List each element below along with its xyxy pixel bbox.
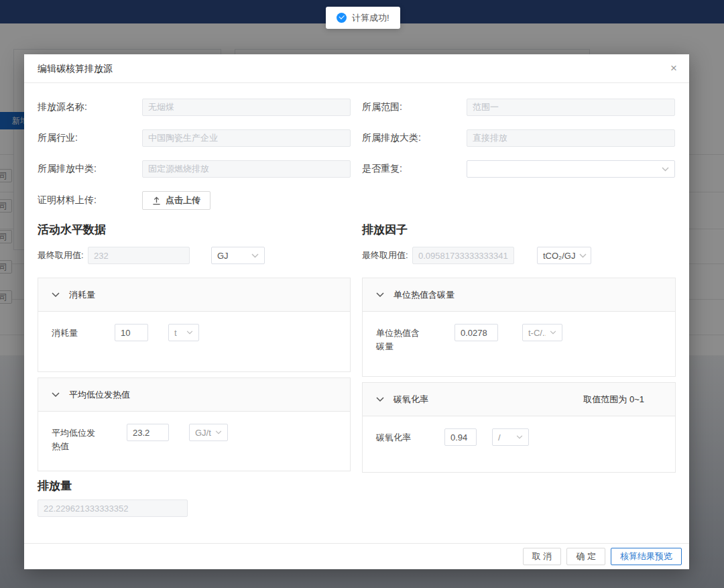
carbon-content-value-input[interactable] — [455, 324, 498, 341]
heating-value-panel: 平均低位发热值 平均低位发热值 GJ/t — [38, 377, 351, 471]
consumption-row-label: 消耗量 — [52, 324, 101, 340]
field-label-major-category: 所属排放大类: — [362, 132, 467, 144]
emission-factor-section: 排放因子 最终取用值: tCO₂/GJ — [362, 222, 676, 517]
oxidation-rate-panel: 碳氧化率 取值范围为 0~1 碳氧化率 / — [362, 382, 676, 473]
heating-value-input[interactable] — [127, 424, 169, 441]
upload-button[interactable]: 点击上传 — [142, 191, 210, 210]
source-name-input[interactable] — [142, 99, 351, 116]
oxidation-rate-panel-title: 碳氧化率 — [394, 394, 428, 406]
chevron-down-icon — [662, 167, 669, 172]
carbon-content-panel-header[interactable]: 单位热值含碳量 — [363, 278, 675, 312]
carbon-content-row-label: 单位热值含碳量 — [376, 324, 426, 353]
chevron-down-icon — [550, 331, 556, 335]
carbon-content-panel-title: 单位热值含碳量 — [394, 289, 455, 301]
chevron-down-icon — [579, 253, 587, 258]
edit-emission-source-dialog: 编辑碳核算排放源 × 排放源名称: 所属范围: 所属行业: 所属排放大类: — [24, 54, 689, 569]
dialog-footer: 取 消 确 定 核算结果预览 — [24, 543, 689, 569]
dialog-title: 编辑碳核算排放源 — [38, 63, 113, 74]
activity-final-label: 最终取用值: — [38, 249, 88, 261]
cancel-button[interactable]: 取 消 — [523, 548, 562, 565]
oxidation-rate-value-input[interactable] — [444, 428, 477, 446]
activity-final-value-input[interactable] — [88, 247, 190, 264]
consumption-panel-title: 消耗量 — [69, 289, 95, 301]
oxidation-rate-range-hint: 取值范围为 0~1 — [583, 394, 662, 406]
check-circle-icon — [337, 13, 347, 23]
field-label-evidence-upload: 证明材料上传: — [38, 194, 142, 207]
toast-message: 计算成功! — [352, 12, 389, 24]
heating-value-panel-title: 平均低位发热值 — [69, 389, 130, 401]
upload-icon — [152, 196, 161, 205]
chevron-down-icon — [186, 331, 193, 335]
field-label-scope: 所属范围: — [362, 101, 467, 113]
major-category-input[interactable] — [467, 129, 675, 147]
consumption-unit-select[interactable]: t — [168, 324, 199, 341]
factor-final-unit-select[interactable]: tCO₂/GJ — [537, 247, 591, 264]
scope-input[interactable] — [467, 99, 675, 116]
chevron-down-icon — [215, 430, 222, 434]
factor-final-unit-value: tCO₂/GJ — [543, 251, 575, 261]
mid-category-input[interactable] — [142, 160, 351, 178]
activity-final-unit-select[interactable]: GJ — [211, 247, 265, 264]
carbon-content-unit-value: t-C/... — [528, 328, 546, 338]
oxidation-rate-row-label: 碳氧化率 — [376, 428, 426, 445]
heating-value-unit-select[interactable]: GJ/t — [189, 424, 228, 441]
collapse-chevron-icon — [52, 292, 60, 298]
chevron-down-icon — [516, 435, 523, 439]
emission-amount-input[interactable] — [38, 499, 188, 517]
oxidation-rate-unit-select[interactable]: / — [492, 428, 529, 446]
chevron-down-icon — [251, 253, 259, 258]
dialog-header: 编辑碳核算排放源 × — [24, 54, 689, 83]
industry-input[interactable] — [142, 129, 351, 147]
activity-final-unit-value: GJ — [217, 251, 229, 261]
is-duplicate-select[interactable] — [467, 160, 675, 178]
collapse-chevron-icon — [52, 392, 60, 398]
consumption-panel-header[interactable]: 消耗量 — [38, 278, 350, 312]
success-toast: 计算成功! — [326, 7, 400, 29]
field-label-is-duplicate: 是否重复: — [362, 163, 467, 175]
consumption-panel: 消耗量 消耗量 t — [38, 278, 351, 372]
field-label-mid-category: 所属排放中类: — [38, 163, 142, 175]
factor-section-title: 排放因子 — [362, 222, 676, 237]
activity-data-section: 活动水平数据 最终取用值: GJ — [38, 222, 351, 517]
factor-final-value-input[interactable] — [412, 247, 514, 264]
field-label-source-name: 排放源名称: — [38, 101, 142, 113]
heating-value-unit-value: GJ/t — [195, 428, 211, 438]
collapse-chevron-icon — [376, 397, 384, 402]
consumption-unit-value: t — [174, 328, 177, 338]
heating-value-panel-header[interactable]: 平均低位发热值 — [38, 378, 350, 412]
emission-amount-title: 排放量 — [38, 478, 351, 493]
upload-button-label: 点击上传 — [166, 194, 200, 207]
confirm-button[interactable]: 确 定 — [566, 548, 605, 565]
oxidation-rate-unit-value: / — [498, 432, 501, 443]
result-preview-button[interactable]: 核算结果预览 — [611, 548, 682, 565]
oxidation-rate-panel-header[interactable]: 碳氧化率 取值范围为 0~1 — [363, 383, 675, 416]
consumption-value-input[interactable] — [115, 324, 148, 341]
carbon-content-panel: 单位热值含碳量 单位热值含碳量 t-C/... — [362, 278, 676, 377]
activity-section-title: 活动水平数据 — [38, 222, 351, 237]
factor-final-label: 最终取用值: — [362, 249, 412, 261]
carbon-content-unit-select[interactable]: t-C/... — [522, 324, 562, 341]
collapse-chevron-icon — [376, 292, 384, 298]
field-label-industry: 所属行业: — [38, 132, 142, 144]
heating-value-row-label: 平均低位发热值 — [52, 424, 101, 453]
close-icon[interactable]: × — [670, 54, 677, 82]
